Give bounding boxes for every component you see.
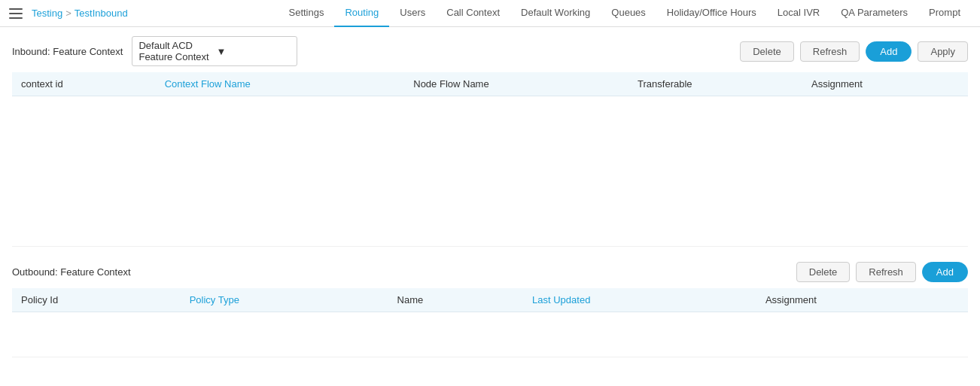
outbound-delete-button[interactable]: Delete [796, 262, 851, 282]
tab-default-working[interactable]: Default Working [510, 0, 601, 27]
inbound-add-button[interactable]: Add [866, 41, 912, 62]
top-navigation: Testing > TestInbound Settings Routing U… [0, 0, 980, 27]
nav-tabs: Settings Routing Users Call Context Defa… [278, 0, 972, 27]
tab-local-ivr[interactable]: Local IVR [767, 0, 830, 27]
inbound-col-transferable: Transferable [628, 72, 802, 96]
tab-qa-parameters[interactable]: QA Parameters [830, 0, 918, 27]
hamburger-menu-icon[interactable] [9, 8, 23, 19]
inbound-col-node-flow-name: Node Flow Name [404, 72, 628, 96]
inbound-col-context-id: context id [12, 72, 156, 96]
outbound-actions: Delete Refresh Add [796, 262, 968, 282]
inbound-table-body [12, 96, 968, 247]
breadcrumb-current-link[interactable]: TestInbound [75, 8, 128, 19]
inbound-empty-row [12, 96, 968, 247]
tab-holiday-office-hours[interactable]: Holiday/Office Hours [656, 0, 767, 27]
tab-settings[interactable]: Settings [278, 0, 335, 27]
outbound-empty-row [12, 312, 968, 357]
inbound-section-header: Inbound: Feature Context Default ACD Fea… [12, 36, 968, 66]
breadcrumb: Testing > TestInbound [32, 8, 128, 19]
outbound-col-assignment: Assignment [756, 288, 968, 312]
tab-routing[interactable]: Routing [334, 0, 389, 27]
tab-users[interactable]: Users [389, 0, 436, 27]
outbound-col-last-updated: Last Updated [523, 288, 756, 312]
outbound-table: Policy Id Policy Type Name Last Updated … [12, 288, 968, 357]
breadcrumb-separator: > [65, 8, 72, 19]
outbound-section: Outbound: Feature Context Delete Refresh… [12, 262, 968, 357]
inbound-label: Inbound: Feature Context [12, 46, 123, 57]
inbound-table-header-row: context id Context Flow Name Node Flow N… [12, 72, 968, 96]
outbound-table-body [12, 312, 968, 357]
inbound-apply-button[interactable]: Apply [918, 41, 968, 62]
inbound-actions: Delete Refresh Add Apply [740, 41, 968, 62]
inbound-feature-context-dropdown[interactable]: Default ACD Feature Context ▼ [132, 36, 297, 66]
outbound-col-name: Name [388, 288, 523, 312]
tab-prompt[interactable]: Prompt [918, 0, 971, 27]
main-content: Inbound: Feature Context Default ACD Fea… [0, 27, 980, 366]
inbound-table: context id Context Flow Name Node Flow N… [12, 72, 968, 247]
inbound-col-context-flow-name: Context Flow Name [156, 72, 405, 96]
outbound-section-header: Outbound: Feature Context Delete Refresh… [12, 262, 968, 282]
outbound-refresh-button[interactable]: Refresh [856, 262, 916, 282]
tab-queues[interactable]: Queues [601, 0, 656, 27]
inbound-delete-button[interactable]: Delete [740, 41, 794, 62]
chevron-down-icon: ▼ [216, 46, 291, 57]
tab-call-context[interactable]: Call Context [436, 0, 510, 27]
inbound-col-assignment: Assignment [802, 72, 968, 96]
breadcrumb-parent-link[interactable]: Testing [32, 8, 62, 19]
inbound-refresh-button[interactable]: Refresh [800, 41, 860, 62]
inbound-dropdown-value: Default ACD Feature Context [138, 40, 213, 62]
outbound-col-policy-type: Policy Type [181, 288, 388, 312]
outbound-col-policy-id: Policy Id [12, 288, 181, 312]
outbound-table-header-row: Policy Id Policy Type Name Last Updated … [12, 288, 968, 312]
outbound-add-button[interactable]: Add [922, 262, 968, 282]
outbound-label: Outbound: Feature Context [12, 266, 131, 278]
